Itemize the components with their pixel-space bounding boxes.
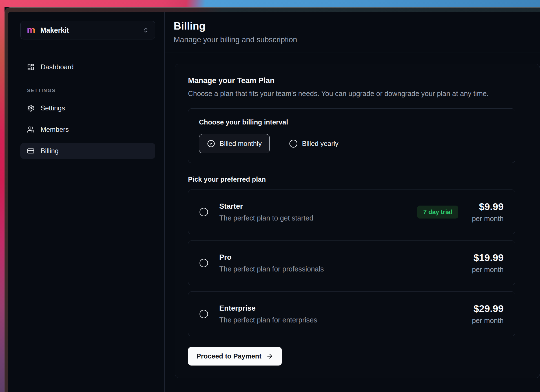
sidebar-item-dashboard[interactable]: Dashboard [20, 59, 155, 75]
plan-form: Choose your billing interval Billed mont… [188, 108, 515, 366]
sidebar: m Makerkit Dashboard SETTINGS [8, 12, 165, 392]
interval-option-yearly[interactable]: Billed yearly [289, 140, 338, 148]
radio-circle-icon[interactable] [200, 310, 208, 318]
plan-name: Starter [219, 202, 313, 211]
interval-option-monthly[interactable]: Billed monthly [199, 134, 270, 153]
users-icon [27, 126, 34, 133]
sidebar-nav: Dashboard [20, 59, 155, 75]
plan-row-enterprise[interactable]: Enterprise The perfect plan for enterpri… [188, 291, 515, 336]
card-description: Choose a plan that fits your team's need… [188, 90, 533, 98]
check-circle-icon [207, 140, 215, 148]
gear-icon [27, 104, 34, 112]
desktop-wallpaper-left [0, 0, 5, 392]
plan-description: The perfect plan for enterprises [219, 316, 317, 324]
plan-pricing: $29.99 per month [472, 303, 504, 325]
plan-info: Enterprise The perfect plan for enterpri… [219, 304, 317, 324]
billing-interval-box: Choose your billing interval Billed mont… [188, 108, 515, 163]
plan-info: Starter The perfect plan to get started [219, 202, 313, 222]
interval-option-label: Billed yearly [302, 140, 338, 148]
radio-circle-icon[interactable] [200, 259, 208, 267]
chevrons-up-down-icon [143, 27, 149, 33]
plan-price: $9.99 [472, 201, 504, 212]
price-column: $19.99 per month [472, 252, 504, 274]
team-plan-card: Manage your Team Plan Choose a plan that… [175, 64, 540, 378]
plan-pricing: 7 day trial $9.99 per month [417, 201, 504, 223]
plan-description: The perfect plan to get started [219, 214, 313, 222]
page-title: Billing [174, 20, 540, 32]
card-title: Manage your Team Plan [188, 76, 533, 85]
main-content: Billing Manage your billing and subscrip… [165, 12, 540, 392]
desktop-wallpaper-top [0, 0, 540, 7]
dashboard-icon [27, 63, 34, 71]
plan-row-starter[interactable]: Starter The perfect plan to get started … [188, 190, 515, 234]
sidebar-item-label: Dashboard [41, 63, 74, 71]
sidebar-item-label: Members [41, 126, 69, 133]
price-column: $9.99 per month [472, 201, 504, 223]
radio-circle-icon[interactable] [200, 208, 208, 216]
sidebar-item-label: Billing [41, 147, 59, 155]
trial-badge: 7 day trial [417, 206, 459, 219]
plans-label: Pick your preferred plan [188, 175, 515, 183]
billing-interval-label: Choose your billing interval [199, 118, 504, 126]
makerkit-logo: m [27, 25, 35, 34]
app-window-frame: m Makerkit Dashboard SETTINGS [5, 7, 540, 392]
plan-price: $29.99 [472, 303, 504, 314]
billing-interval-options: Billed monthly Billed yearly [199, 134, 504, 153]
sidebar-item-billing[interactable]: Billing [20, 143, 155, 159]
plan-name: Enterprise [219, 304, 317, 313]
radio-circle-icon [289, 140, 297, 148]
price-column: $29.99 per month [472, 303, 504, 325]
page-header: Billing Manage your billing and subscrip… [165, 12, 540, 52]
arrow-right-icon [266, 353, 273, 360]
page-subtitle: Manage your billing and subscription [174, 35, 540, 44]
sidebar-item-label: Settings [41, 104, 65, 112]
plan-description: The perfect plan for professionals [219, 265, 324, 273]
plan-info: Pro The perfect plan for professionals [219, 253, 324, 273]
proceed-to-payment-button[interactable]: Proceed to Payment [188, 347, 282, 366]
workspace-name: Makerkit [40, 26, 69, 34]
sidebar-section-label: SETTINGS [27, 88, 155, 93]
credit-card-icon [27, 147, 34, 155]
plan-row-pro[interactable]: Pro The perfect plan for professionals $… [188, 240, 515, 285]
interval-option-label: Billed monthly [220, 140, 262, 148]
proceed-button-label: Proceed to Payment [196, 352, 262, 360]
workspace-selector[interactable]: m Makerkit [20, 21, 155, 39]
plan-price: $19.99 [472, 252, 504, 263]
plan-name: Pro [219, 253, 324, 262]
plan-period: per month [472, 215, 504, 223]
plan-period: per month [472, 317, 504, 325]
sidebar-settings-nav: Settings Members Billing [20, 100, 155, 159]
plan-period: per month [472, 266, 504, 274]
sidebar-item-members[interactable]: Members [20, 122, 155, 137]
sidebar-item-settings[interactable]: Settings [20, 100, 155, 116]
app-window: m Makerkit Dashboard SETTINGS [8, 12, 540, 392]
plan-pricing: $19.99 per month [472, 252, 504, 274]
